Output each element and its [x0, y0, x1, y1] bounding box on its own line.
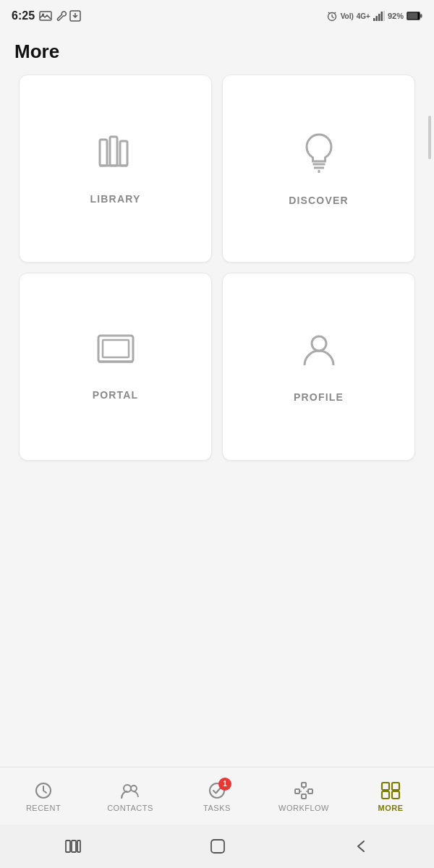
contacts-icon [120, 780, 140, 801]
nav-item-more[interactable]: MORE [347, 767, 434, 825]
image-icon [39, 10, 52, 22]
signal-icon [373, 11, 385, 21]
profile-icon [299, 331, 339, 371]
svg-rect-28 [302, 783, 306, 787]
svg-rect-41 [77, 841, 80, 852]
tasks-label: TASKS [203, 804, 231, 812]
svg-rect-39 [66, 841, 70, 852]
svg-rect-42 [211, 840, 224, 853]
library-label: LIBRARY [90, 193, 140, 205]
svg-rect-29 [308, 789, 312, 793]
tasks-badge: 1 [218, 778, 231, 791]
nav-item-tasks[interactable]: 1 TASKS [174, 767, 260, 825]
page-title: More [14, 41, 59, 62]
download-icon [69, 10, 81, 22]
svg-point-22 [312, 336, 326, 351]
header: More [0, 32, 434, 75]
status-bar-right: Vol) 4G+ 92% [326, 10, 422, 22]
contacts-label: CONTACTS [107, 804, 153, 812]
svg-rect-6 [378, 14, 380, 21]
discover-card[interactable]: DISCOVER [222, 75, 415, 263]
svg-rect-40 [72, 841, 76, 852]
portal-label: PORTAL [93, 389, 139, 401]
system-nav [0, 825, 434, 868]
workflow-label: WORKFLOW [278, 804, 329, 812]
more-icon [380, 780, 401, 801]
main-content: LIBRARY DISCOVER [0, 75, 434, 461]
network-indicator: 4G+ [357, 12, 370, 20]
svg-rect-8 [383, 11, 385, 21]
battery-percent: 92% [388, 12, 404, 20]
books-icon [94, 132, 137, 173]
svg-rect-11 [420, 14, 422, 18]
svg-rect-12 [100, 140, 107, 166]
svg-rect-30 [302, 794, 306, 799]
scrollbar-hint [428, 116, 431, 159]
cards-grid: LIBRARY DISCOVER [14, 75, 420, 461]
status-bar-left: 6:25 [12, 9, 81, 22]
volte-indicator: Vol) [341, 12, 354, 20]
wrench-icon [55, 10, 67, 22]
svg-rect-10 [408, 13, 418, 20]
recent-label: RECENT [26, 804, 61, 812]
clock-icon [33, 780, 54, 801]
status-icons [39, 10, 81, 22]
tasks-icon: 1 [207, 780, 227, 801]
status-bar: 6:25 Vol) 4G+ [0, 0, 434, 32]
svg-rect-13 [110, 137, 117, 166]
system-home-button[interactable] [203, 831, 233, 861]
system-menu-button[interactable] [57, 832, 89, 861]
svg-rect-36 [392, 783, 399, 790]
nav-item-recent[interactable]: RECENT [0, 767, 87, 825]
profile-label: PROFILE [294, 391, 344, 403]
svg-rect-37 [382, 791, 389, 799]
bottom-nav: RECENT CONTACTS 1 TASKS [0, 767, 434, 825]
svg-rect-35 [382, 783, 389, 790]
discover-label: DISCOVER [289, 195, 349, 206]
svg-rect-14 [120, 141, 127, 166]
svg-rect-7 [380, 12, 383, 21]
portal-card[interactable]: PORTAL [19, 273, 212, 461]
svg-rect-27 [295, 789, 299, 793]
profile-card[interactable]: PROFILE [222, 273, 415, 461]
lightbulb-icon [301, 131, 337, 174]
library-card[interactable]: LIBRARY [19, 75, 212, 263]
portal-icon [95, 333, 136, 369]
alarm-icon [326, 10, 338, 22]
nav-item-contacts[interactable]: CONTACTS [87, 767, 174, 825]
svg-rect-20 [103, 340, 129, 357]
nav-item-workflow[interactable]: WORKFLOW [260, 767, 347, 825]
svg-rect-38 [392, 791, 399, 799]
svg-rect-5 [375, 16, 378, 21]
more-label: MORE [378, 804, 404, 812]
workflow-icon [294, 780, 314, 801]
svg-rect-4 [373, 18, 375, 21]
system-back-button[interactable] [346, 831, 377, 861]
battery-icon [407, 12, 422, 20]
status-time: 6:25 [12, 9, 35, 22]
svg-point-25 [131, 786, 137, 791]
